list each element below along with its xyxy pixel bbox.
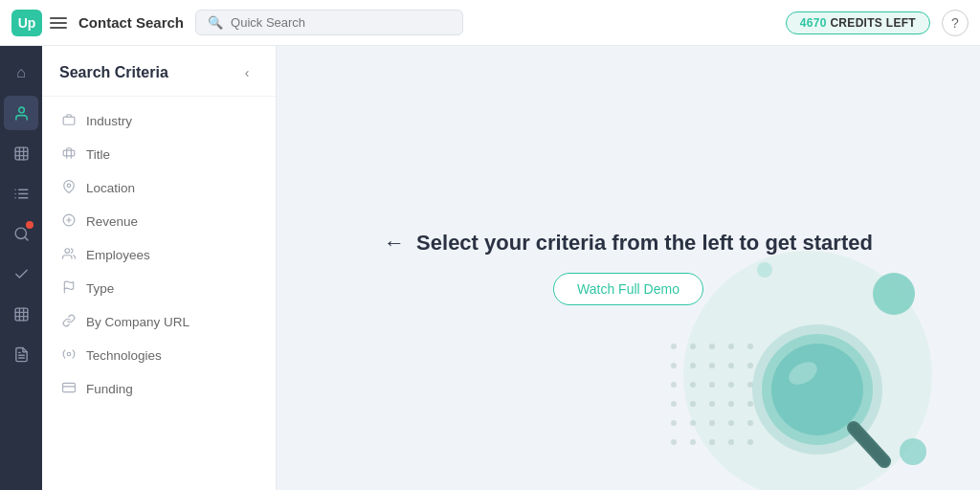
- company-url-item[interactable]: By Company URL: [42, 305, 276, 339]
- svg-rect-13: [63, 117, 75, 124]
- svg-point-47: [709, 420, 715, 426]
- location-item[interactable]: Location: [42, 171, 276, 205]
- title-label: Title: [86, 147, 110, 162]
- employees-label: Employees: [86, 248, 150, 262]
- technologies-label: Technologies: [86, 348, 162, 363]
- type-icon: [61, 280, 77, 297]
- funding-item[interactable]: Funding: [42, 372, 276, 406]
- svg-rect-19: [63, 383, 76, 391]
- svg-point-0: [18, 107, 24, 113]
- page-title: Contact Search: [78, 14, 184, 31]
- svg-rect-10: [15, 308, 28, 321]
- svg-point-25: [671, 344, 677, 349]
- svg-point-57: [771, 344, 863, 435]
- title-item[interactable]: Title: [42, 138, 276, 171]
- centered-message: ← Select your criteria from the left to …: [384, 231, 873, 305]
- svg-point-16: [65, 249, 70, 254]
- credits-label-text: CREDITS LEFT: [830, 16, 916, 30]
- svg-point-50: [671, 439, 677, 445]
- svg-point-44: [747, 401, 753, 407]
- location-label: Location: [86, 181, 135, 195]
- help-button[interactable]: ?: [942, 10, 969, 36]
- svg-line-9: [24, 236, 27, 239]
- svg-point-18: [67, 352, 71, 356]
- svg-point-14: [67, 184, 71, 188]
- criteria-header: Search Criteria ‹: [42, 46, 276, 97]
- svg-point-23: [900, 438, 926, 465]
- sidebar-item-contacts[interactable]: [4, 96, 38, 130]
- prompt-text: Select your criteria from the left to ge…: [416, 231, 873, 256]
- svg-point-49: [747, 420, 753, 426]
- sidebar-item-search[interactable]: [4, 216, 38, 251]
- industry-item[interactable]: Industry: [42, 104, 276, 138]
- svg-point-48: [728, 420, 734, 426]
- topbar: Up Contact Search 🔍 4670 CREDITS LEFT ?: [0, 0, 980, 46]
- svg-point-31: [690, 363, 696, 368]
- type-item[interactable]: Type: [42, 272, 276, 305]
- logo-area: Up: [11, 10, 67, 36]
- sidebar-item-tasks[interactable]: [4, 256, 38, 291]
- svg-point-40: [671, 401, 677, 407]
- svg-point-29: [747, 344, 753, 349]
- watch-demo-button[interactable]: Watch Full Demo: [553, 273, 703, 305]
- funding-label: Funding: [86, 382, 133, 396]
- industry-icon: [61, 113, 77, 129]
- sidebar-item-lists[interactable]: [4, 176, 38, 211]
- svg-point-22: [873, 273, 915, 315]
- sidebar-item-table[interactable]: [4, 297, 38, 331]
- topbar-right: 4670 CREDITS LEFT ?: [786, 10, 969, 36]
- credits-number: 4670: [800, 16, 827, 30]
- company-url-icon: [61, 314, 77, 330]
- technologies-icon: [61, 347, 77, 364]
- funding-icon: [61, 381, 77, 397]
- svg-point-52: [709, 439, 715, 445]
- hamburger-icon[interactable]: [50, 17, 67, 29]
- svg-point-45: [671, 420, 677, 426]
- credits-badge: 4670 CREDITS LEFT: [786, 11, 930, 34]
- main-content: ← Select your criteria from the left to …: [277, 46, 980, 490]
- svg-point-27: [709, 344, 715, 349]
- industry-label: Industry: [86, 114, 132, 128]
- revenue-item[interactable]: Revenue: [42, 205, 276, 238]
- company-url-label: By Company URL: [86, 315, 189, 329]
- sidebar-item-reports[interactable]: [4, 337, 38, 371]
- criteria-title: Search Criteria: [59, 64, 168, 81]
- svg-point-37: [709, 382, 715, 388]
- svg-point-34: [747, 363, 753, 368]
- prompt-message: ← Select your criteria from the left to …: [384, 231, 873, 256]
- criteria-panel: Search Criteria ‹ Industry Title Lo: [42, 46, 277, 490]
- technologies-item[interactable]: Technologies: [42, 339, 276, 372]
- logo: Up: [11, 10, 42, 36]
- sidebar-item-home[interactable]: ⌂: [4, 56, 38, 90]
- employees-item[interactable]: Employees: [42, 238, 276, 272]
- notification-dot: [26, 221, 33, 229]
- svg-point-28: [728, 344, 734, 349]
- quick-search-input[interactable]: [231, 15, 451, 30]
- svg-point-38: [728, 382, 734, 388]
- svg-rect-1: [15, 147, 28, 160]
- svg-point-33: [728, 363, 734, 368]
- location-icon: [61, 180, 77, 196]
- main-layout: ⌂ Search Criteria ‹: [0, 46, 980, 490]
- svg-point-26: [690, 344, 696, 349]
- svg-point-43: [728, 401, 734, 407]
- revenue-label: Revenue: [86, 214, 138, 229]
- employees-icon: [61, 247, 77, 263]
- type-label: Type: [86, 281, 114, 296]
- svg-point-54: [747, 439, 753, 445]
- svg-point-36: [690, 382, 696, 388]
- revenue-icon: [61, 213, 77, 230]
- collapse-button[interactable]: ‹: [235, 61, 258, 84]
- quick-search-bar[interactable]: 🔍: [195, 10, 463, 35]
- arrow-left-icon: ←: [384, 231, 405, 256]
- svg-point-46: [690, 420, 696, 426]
- svg-point-32: [709, 363, 715, 368]
- svg-point-30: [671, 363, 677, 368]
- svg-point-53: [728, 439, 734, 445]
- search-icon: 🔍: [208, 15, 223, 30]
- svg-point-51: [690, 439, 696, 445]
- sidebar-item-companies[interactable]: [4, 136, 38, 170]
- sidebar-icons: ⌂: [0, 46, 42, 490]
- svg-point-42: [709, 401, 715, 407]
- criteria-list: Industry Title Location Revenue: [42, 97, 276, 413]
